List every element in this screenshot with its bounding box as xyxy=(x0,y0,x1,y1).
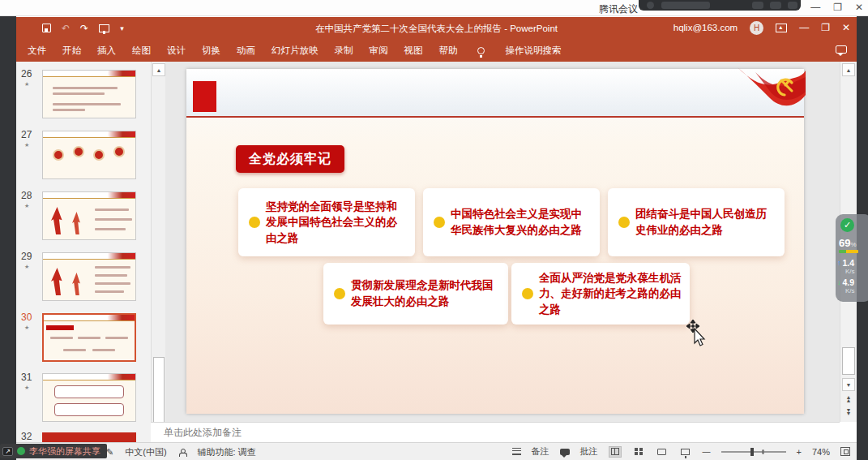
thumbnail-sketch xyxy=(95,228,126,230)
scroll-up-icon[interactable]: ▲ xyxy=(152,63,165,76)
thumbnail-item-31[interactable]: 31 ★ xyxy=(19,372,149,425)
save-icon[interactable] xyxy=(42,24,51,32)
slide-thumbnail[interactable] xyxy=(42,432,136,442)
thumbnail-item-28[interactable]: 28 ★ xyxy=(19,190,149,243)
slide-header-band xyxy=(186,69,804,116)
reading-view-button[interactable] xyxy=(656,446,669,458)
qat-dropdown-icon[interactable]: ▾ xyxy=(120,24,124,33)
notes-toggle-icon[interactable] xyxy=(512,448,521,455)
point-box-3[interactable]: 团结奋斗是中国人民创造历史伟业的必由之路 xyxy=(608,188,785,256)
thumbnail-item-29[interactable]: 29 ★ xyxy=(19,251,149,304)
zoom-level[interactable]: 74% xyxy=(812,447,830,457)
point-box-1[interactable]: 坚持党的全面领导是坚持和发展中国特色社会主义的必由之路 xyxy=(238,188,415,256)
tab-insert[interactable]: 插入 xyxy=(97,45,116,57)
presenter-share-label: 李华强的屏幕共享 xyxy=(29,445,100,458)
tab-slideshow[interactable]: 幻灯片放映 xyxy=(272,45,319,57)
zoom-slider[interactable] xyxy=(721,451,786,453)
zoom-in-button[interactable]: + xyxy=(797,447,802,457)
scrollbar-thumb[interactable] xyxy=(842,347,855,375)
tab-home[interactable]: 开始 xyxy=(62,45,81,57)
thumbnail-sketch xyxy=(53,103,121,105)
upload-value: 1.4 xyxy=(843,258,855,268)
os-restore-button[interactable]: ❐ xyxy=(833,2,842,13)
slide-title-badge[interactable]: 全党必须牢记 xyxy=(236,145,344,173)
comments-icon[interactable] xyxy=(836,45,847,54)
slideshow-view-button[interactable] xyxy=(679,446,692,458)
tab-file[interactable]: 文件 xyxy=(28,45,46,57)
zoom-slider-thumb[interactable] xyxy=(750,448,754,456)
thumbnail-item-32[interactable]: 32 xyxy=(19,431,149,442)
performance-percent-value: 69 xyxy=(839,237,850,249)
performance-bar xyxy=(839,250,858,253)
zoom-out-button[interactable]: — xyxy=(703,447,711,456)
tab-draw[interactable]: 绘图 xyxy=(132,45,151,57)
point-box-2[interactable]: 中国特色社会主义是实现中华民族伟大复兴的必由之路 xyxy=(423,188,600,256)
animation-star-icon: ★ xyxy=(24,81,29,88)
point-text: 团结奋斗是中国人民创造历史伟业的必由之路 xyxy=(635,206,785,238)
bullet-icon xyxy=(522,288,533,299)
point-box-5[interactable]: 全面从严治党是党永葆生机活力、走好新的赶考之路的必由之路 xyxy=(511,263,690,325)
tab-animations[interactable]: 动画 xyxy=(237,45,255,57)
os-minimize-button[interactable]: — xyxy=(810,2,820,13)
slide-thumbnail[interactable] xyxy=(42,191,136,240)
scroll-down-icon[interactable]: ▼ xyxy=(842,378,855,391)
thumbnail-sketch xyxy=(43,71,135,77)
tab-review[interactable]: 审阅 xyxy=(370,45,388,57)
comments-toggle-icon[interactable] xyxy=(560,449,570,455)
ppt-close-button[interactable]: ✕ xyxy=(842,22,850,33)
previous-slide-button[interactable]: ▲ ▲ xyxy=(844,396,853,402)
next-slide-button[interactable]: ▼ ▼ xyxy=(844,409,853,415)
comments-toggle-label[interactable]: 批注 xyxy=(580,445,598,458)
tab-design[interactable]: 设计 xyxy=(167,45,186,57)
slide-thumbnail[interactable] xyxy=(42,252,136,301)
point-box-4[interactable]: 贯彻新发展理念是新时代我国发展壮大的必由之路 xyxy=(323,263,508,325)
slide-thumbnail[interactable] xyxy=(42,70,136,118)
scroll-up-icon[interactable]: ▲ xyxy=(842,63,855,76)
thumbnail-scrollbar[interactable]: ▲ ▼ xyxy=(151,62,165,442)
slide-thumbnail[interactable] xyxy=(42,131,136,179)
slide-thumbnail-selected[interactable] xyxy=(42,313,136,362)
reading-view-icon xyxy=(657,449,666,455)
os-close-button[interactable]: ✕ xyxy=(855,2,863,13)
bullet-icon xyxy=(334,288,345,299)
tab-view[interactable]: 视图 xyxy=(404,45,423,57)
undo-icon[interactable]: ↶ xyxy=(62,24,70,33)
thumbnail-sketch xyxy=(93,149,105,161)
normal-view-button[interactable] xyxy=(609,446,622,458)
ribbon-display-options-icon[interactable] xyxy=(776,24,787,32)
account-avatar[interactable]: H xyxy=(750,21,763,35)
scrollbar-thumb[interactable] xyxy=(153,357,165,423)
fit-slide-to-window-icon[interactable] xyxy=(840,447,850,456)
thumbnail-item-27[interactable]: 27 ★ xyxy=(19,129,149,183)
screen-share-indicator[interactable]: ↗ 李华强的屏幕共享 xyxy=(0,444,107,458)
animation-star-icon: ★ xyxy=(24,264,29,270)
quick-access-toolbar: ↶ ↷ ▾ xyxy=(42,22,124,34)
spell-check-icon[interactable]: ✎ xyxy=(106,447,113,458)
redo-icon[interactable]: ↷ xyxy=(80,24,88,33)
thumbnail-sketch xyxy=(92,349,115,351)
download-value: 4.9 xyxy=(843,277,855,287)
language-status[interactable]: 中文(中国) xyxy=(125,446,166,458)
accessibility-status[interactable]: 辅助功能: 调查 xyxy=(198,446,256,458)
slide-sorter-view-button[interactable] xyxy=(632,446,645,458)
tell-me-search[interactable]: 操作说明搜索 xyxy=(506,45,562,57)
account-email[interactable]: hqlix@163.com xyxy=(673,23,738,32)
start-slideshow-icon[interactable] xyxy=(99,24,109,32)
notes-toggle-label[interactable]: 备注 xyxy=(532,445,549,458)
thumbnail-item-30[interactable]: 30 ★ xyxy=(19,312,149,365)
thumbnail-sketch xyxy=(51,207,75,234)
thumbnail-sketch xyxy=(43,192,135,199)
slide-30[interactable]: 全党必须牢记 坚持党的全面领导是坚持和发展中国特色社会主义的必由之路 中国特色社… xyxy=(186,69,804,414)
notes-pane[interactable]: 单击此处添加备注 xyxy=(151,422,840,442)
ppt-minimize-button[interactable]: — xyxy=(799,22,809,33)
zoom-slider-tick xyxy=(762,449,764,454)
thumbnail-item-26[interactable]: 26 ★ xyxy=(19,68,149,122)
ppt-restore-button[interactable]: ❐ xyxy=(821,22,830,33)
tab-help[interactable]: 帮助 xyxy=(439,45,458,57)
tab-transitions[interactable]: 切换 xyxy=(202,45,220,57)
meeting-floating-toolbar[interactable] xyxy=(639,0,801,11)
network-ok-check-icon: ✓ xyxy=(840,218,854,232)
network-monitor-overlay: ✓ 69% ↑ 1.4 K/s ↓ 4.9 K/s xyxy=(836,214,868,302)
slide-thumbnail[interactable] xyxy=(42,373,136,422)
tab-record[interactable]: 录制 xyxy=(335,45,353,57)
